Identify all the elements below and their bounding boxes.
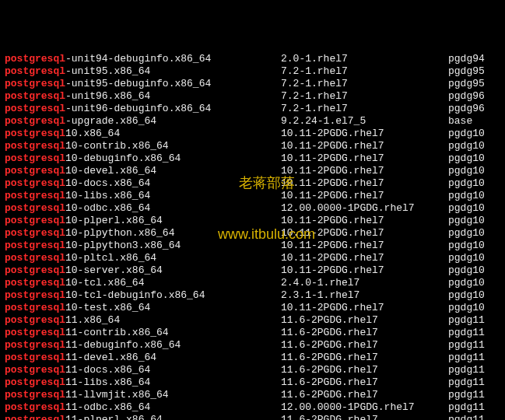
package-row: postgresql10-plpython3.x86_6410.11-2PGDG… <box>5 240 500 252</box>
package-suffix: -unit95.x86_64 <box>65 65 150 77</box>
package-row: postgresql10-plpython.x86_6410.11-2PGDG.… <box>5 227 500 240</box>
match-highlight: postgresql <box>5 190 65 201</box>
match-highlight: postgresql <box>5 401 65 413</box>
package-version: 11.6-2PGDG.rhel7 <box>281 389 448 401</box>
match-highlight: postgresql <box>5 289 65 301</box>
package-row: postgresql10-tcl-debuginfo.x86_642.3.1-1… <box>5 289 500 302</box>
package-row: postgresql11-libs.x86_6411.6-2PGDG.rhel7… <box>5 376 500 389</box>
package-repo: pgdg10 <box>448 289 485 302</box>
package-suffix: -unit96.x86_64 <box>65 90 150 102</box>
package-suffix: 10-pltcl.x86_64 <box>65 252 156 264</box>
package-repo: pgdg10 <box>448 240 485 252</box>
package-repo: pgdg95 <box>448 78 485 90</box>
package-suffix: 10-contrib.x86_64 <box>65 140 169 152</box>
package-repo: base <box>448 115 472 128</box>
package-name: postgresql10-contrib.x86_64 <box>5 140 281 152</box>
package-suffix: 10.x86_64 <box>65 128 120 139</box>
package-name: postgresql11-libs.x86_64 <box>5 376 281 389</box>
package-row: postgresql10-tcl.x86_642.4.0-1.rhel7pgdg… <box>5 277 500 289</box>
package-version: 10.11-2PGDG.rhel7 <box>281 264 448 277</box>
package-suffix: 10-odbc.x86_64 <box>65 202 150 214</box>
package-version: 10.11-2PGDG.rhel7 <box>281 140 448 152</box>
package-version: 10.11-2PGDG.rhel7 <box>281 152 448 165</box>
match-highlight: postgresql <box>5 376 65 388</box>
package-suffix: -unit96-debuginfo.x86_64 <box>65 103 211 114</box>
package-version: 12.00.0000-1PGDG.rhel7 <box>281 401 448 414</box>
package-version: 7.2-1.rhel7 <box>281 65 448 78</box>
package-suffix: -unit95-debuginfo.x86_64 <box>65 78 211 89</box>
package-version: 11.6-2PGDG.rhel7 <box>281 339 448 352</box>
package-name: postgresql11-devel.x86_64 <box>5 352 281 364</box>
match-highlight: postgresql <box>5 227 65 239</box>
match-highlight: postgresql <box>5 327 65 338</box>
package-name: postgresql10-docs.x86_64 <box>5 177 281 190</box>
package-repo: pgdg11 <box>448 389 485 401</box>
package-name: postgresql11.x86_64 <box>5 314 281 327</box>
package-version: 10.11-2PGDG.rhel7 <box>281 240 448 252</box>
package-repo: pgdg10 <box>448 128 485 140</box>
package-name: postgresql10.x86_64 <box>5 128 281 140</box>
package-name: postgresql10-plpython3.x86_64 <box>5 240 281 252</box>
package-version: 2.0-1.rhel7 <box>281 53 448 65</box>
package-suffix: 11-devel.x86_64 <box>65 352 156 363</box>
package-row: postgresql11-plperl.x86_6411.6-2PGDG.rhe… <box>5 414 500 420</box>
package-version: 11.6-2PGDG.rhel7 <box>281 352 448 364</box>
package-name: postgresql-unit94-debuginfo.x86_64 <box>5 53 281 65</box>
package-row: postgresql-unit95.x86_647.2-1.rhel7pgdg9… <box>5 65 500 78</box>
package-repo: pgdg10 <box>448 277 485 289</box>
package-name: postgresql10-plpython.x86_64 <box>5 227 281 240</box>
package-version: 11.6-2PGDG.rhel7 <box>281 364 448 376</box>
package-name: postgresql10-odbc.x86_64 <box>5 202 281 215</box>
package-suffix: 10-debuginfo.x86_64 <box>65 152 181 164</box>
package-version: 10.11-2PGDG.rhel7 <box>281 190 448 202</box>
match-highlight: postgresql <box>5 65 65 77</box>
match-highlight: postgresql <box>5 53 65 65</box>
package-row: postgresql-unit96-debuginfo.x86_647.2-1.… <box>5 103 500 115</box>
package-suffix: 11-plperl.x86_64 <box>65 414 163 420</box>
package-version: 10.11-2PGDG.rhel7 <box>281 128 448 140</box>
package-repo: pgdg11 <box>448 401 485 414</box>
package-row: postgresql10.x86_6410.11-2PGDG.rhel7pgdg… <box>5 128 500 140</box>
package-name: postgresql10-plperl.x86_64 <box>5 215 281 227</box>
package-repo: pgdg10 <box>448 190 485 202</box>
package-row: postgresql-upgrade.x86_649.2.24-1.el7_5b… <box>5 115 500 128</box>
package-name: postgresql11-llvmjit.x86_64 <box>5 389 281 401</box>
match-highlight: postgresql <box>5 277 65 289</box>
package-repo: pgdg10 <box>448 302 485 314</box>
package-row: postgresql10-devel.x86_6410.11-2PGDG.rhe… <box>5 165 500 177</box>
package-suffix: 10-server.x86_64 <box>65 264 163 276</box>
match-highlight: postgresql <box>5 215 65 226</box>
package-name: postgresql-unit96-debuginfo.x86_64 <box>5 103 281 115</box>
package-name: postgresql11-docs.x86_64 <box>5 364 281 376</box>
package-row: postgresql10-debuginfo.x86_6410.11-2PGDG… <box>5 152 500 165</box>
package-suffix: 10-plperl.x86_64 <box>65 215 163 226</box>
package-name: postgresql11-odbc.x86_64 <box>5 401 281 414</box>
package-repo: pgdg10 <box>448 165 485 177</box>
package-repo: pgdg96 <box>448 90 485 103</box>
package-row: postgresql11-llvmjit.x86_6411.6-2PGDG.rh… <box>5 389 500 401</box>
package-version: 10.11-2PGDG.rhel7 <box>281 252 448 264</box>
package-repo: pgdg11 <box>448 364 485 376</box>
package-suffix: 10-test.x86_64 <box>65 302 150 313</box>
package-row: postgresql10-plperl.x86_6410.11-2PGDG.rh… <box>5 215 500 227</box>
package-suffix: 10-plpython.x86_64 <box>65 227 174 239</box>
package-suffix: 10-tcl-debuginfo.x86_64 <box>65 289 205 301</box>
package-repo: pgdg10 <box>448 264 485 277</box>
package-version: 10.11-2PGDG.rhel7 <box>281 302 448 314</box>
package-suffix: 10-devel.x86_64 <box>65 165 156 177</box>
package-repo: pgdg11 <box>448 376 485 389</box>
package-version: 11.6-2PGDG.rhel7 <box>281 414 448 420</box>
match-highlight: postgresql <box>5 240 65 251</box>
package-name: postgresql-upgrade.x86_64 <box>5 115 281 128</box>
package-repo: pgdg11 <box>448 314 485 327</box>
package-suffix: 11.x86_64 <box>65 314 120 326</box>
package-repo: pgdg11 <box>448 327 485 339</box>
match-highlight: postgresql <box>5 177 65 189</box>
match-highlight: postgresql <box>5 314 65 326</box>
package-repo: pgdg96 <box>448 103 485 115</box>
package-repo: pgdg10 <box>448 202 485 215</box>
package-name: postgresql10-pltcl.x86_64 <box>5 252 281 264</box>
package-suffix: 10-docs.x86_64 <box>65 177 150 189</box>
package-name: postgresql11-contrib.x86_64 <box>5 327 281 339</box>
package-name: postgresql-unit95-debuginfo.x86_64 <box>5 78 281 90</box>
